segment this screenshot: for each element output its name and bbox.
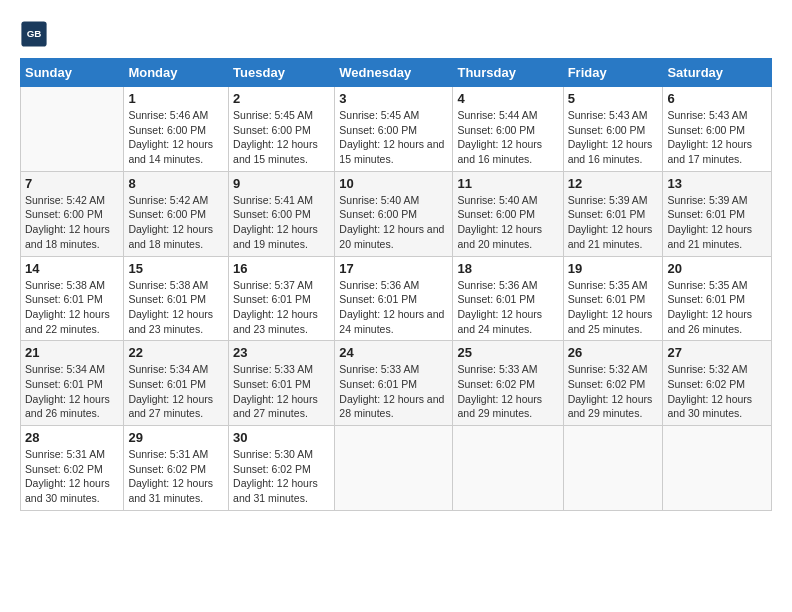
day-info: Sunrise: 5:34 AMSunset: 6:01 PMDaylight:…	[25, 362, 119, 421]
svg-text:GB: GB	[27, 28, 42, 39]
calendar-cell: 30 Sunrise: 5:30 AMSunset: 6:02 PMDaylig…	[229, 426, 335, 511]
day-number: 11	[457, 176, 558, 191]
calendar-cell	[453, 426, 563, 511]
day-info: Sunrise: 5:39 AMSunset: 6:01 PMDaylight:…	[568, 193, 659, 252]
calendar-cell: 28 Sunrise: 5:31 AMSunset: 6:02 PMDaylig…	[21, 426, 124, 511]
day-number: 6	[667, 91, 767, 106]
day-number: 7	[25, 176, 119, 191]
calendar-cell: 20 Sunrise: 5:35 AMSunset: 6:01 PMDaylig…	[663, 256, 772, 341]
calendar-cell: 14 Sunrise: 5:38 AMSunset: 6:01 PMDaylig…	[21, 256, 124, 341]
calendar-cell: 11 Sunrise: 5:40 AMSunset: 6:00 PMDaylig…	[453, 171, 563, 256]
calendar-cell: 12 Sunrise: 5:39 AMSunset: 6:01 PMDaylig…	[563, 171, 663, 256]
page-header: GB	[20, 20, 772, 48]
day-info: Sunrise: 5:36 AMSunset: 6:01 PMDaylight:…	[457, 278, 558, 337]
day-info: Sunrise: 5:42 AMSunset: 6:00 PMDaylight:…	[25, 193, 119, 252]
day-number: 26	[568, 345, 659, 360]
calendar-cell: 4 Sunrise: 5:44 AMSunset: 6:00 PMDayligh…	[453, 87, 563, 172]
calendar-cell: 18 Sunrise: 5:36 AMSunset: 6:01 PMDaylig…	[453, 256, 563, 341]
day-number: 25	[457, 345, 558, 360]
day-number: 24	[339, 345, 448, 360]
day-number: 4	[457, 91, 558, 106]
day-number: 27	[667, 345, 767, 360]
calendar-cell	[335, 426, 453, 511]
calendar-week-4: 21 Sunrise: 5:34 AMSunset: 6:01 PMDaylig…	[21, 341, 772, 426]
day-number: 8	[128, 176, 224, 191]
calendar-cell: 19 Sunrise: 5:35 AMSunset: 6:01 PMDaylig…	[563, 256, 663, 341]
calendar-cell: 2 Sunrise: 5:45 AMSunset: 6:00 PMDayligh…	[229, 87, 335, 172]
calendar-cell: 16 Sunrise: 5:37 AMSunset: 6:01 PMDaylig…	[229, 256, 335, 341]
calendar-cell: 25 Sunrise: 5:33 AMSunset: 6:02 PMDaylig…	[453, 341, 563, 426]
day-number: 14	[25, 261, 119, 276]
day-info: Sunrise: 5:36 AMSunset: 6:01 PMDaylight:…	[339, 278, 448, 337]
day-number: 28	[25, 430, 119, 445]
calendar-cell: 3 Sunrise: 5:45 AMSunset: 6:00 PMDayligh…	[335, 87, 453, 172]
calendar-cell: 5 Sunrise: 5:43 AMSunset: 6:00 PMDayligh…	[563, 87, 663, 172]
calendar-cell	[563, 426, 663, 511]
day-number: 1	[128, 91, 224, 106]
day-number: 23	[233, 345, 330, 360]
calendar-week-5: 28 Sunrise: 5:31 AMSunset: 6:02 PMDaylig…	[21, 426, 772, 511]
day-number: 13	[667, 176, 767, 191]
day-header-wednesday: Wednesday	[335, 59, 453, 87]
day-number: 15	[128, 261, 224, 276]
day-info: Sunrise: 5:45 AMSunset: 6:00 PMDaylight:…	[233, 108, 330, 167]
calendar-cell: 15 Sunrise: 5:38 AMSunset: 6:01 PMDaylig…	[124, 256, 229, 341]
day-number: 5	[568, 91, 659, 106]
calendar-header-row: SundayMondayTuesdayWednesdayThursdayFrid…	[21, 59, 772, 87]
day-info: Sunrise: 5:45 AMSunset: 6:00 PMDaylight:…	[339, 108, 448, 167]
calendar-week-3: 14 Sunrise: 5:38 AMSunset: 6:01 PMDaylig…	[21, 256, 772, 341]
day-number: 17	[339, 261, 448, 276]
day-info: Sunrise: 5:37 AMSunset: 6:01 PMDaylight:…	[233, 278, 330, 337]
day-info: Sunrise: 5:41 AMSunset: 6:00 PMDaylight:…	[233, 193, 330, 252]
day-info: Sunrise: 5:30 AMSunset: 6:02 PMDaylight:…	[233, 447, 330, 506]
day-header-thursday: Thursday	[453, 59, 563, 87]
day-number: 29	[128, 430, 224, 445]
calendar-cell	[21, 87, 124, 172]
calendar-cell: 9 Sunrise: 5:41 AMSunset: 6:00 PMDayligh…	[229, 171, 335, 256]
day-info: Sunrise: 5:33 AMSunset: 6:02 PMDaylight:…	[457, 362, 558, 421]
calendar-cell: 7 Sunrise: 5:42 AMSunset: 6:00 PMDayligh…	[21, 171, 124, 256]
calendar-cell: 27 Sunrise: 5:32 AMSunset: 6:02 PMDaylig…	[663, 341, 772, 426]
day-info: Sunrise: 5:32 AMSunset: 6:02 PMDaylight:…	[568, 362, 659, 421]
day-info: Sunrise: 5:33 AMSunset: 6:01 PMDaylight:…	[339, 362, 448, 421]
calendar-week-1: 1 Sunrise: 5:46 AMSunset: 6:00 PMDayligh…	[21, 87, 772, 172]
day-info: Sunrise: 5:38 AMSunset: 6:01 PMDaylight:…	[128, 278, 224, 337]
calendar-cell: 8 Sunrise: 5:42 AMSunset: 6:00 PMDayligh…	[124, 171, 229, 256]
calendar-week-2: 7 Sunrise: 5:42 AMSunset: 6:00 PMDayligh…	[21, 171, 772, 256]
day-header-tuesday: Tuesday	[229, 59, 335, 87]
day-info: Sunrise: 5:34 AMSunset: 6:01 PMDaylight:…	[128, 362, 224, 421]
calendar-cell: 13 Sunrise: 5:39 AMSunset: 6:01 PMDaylig…	[663, 171, 772, 256]
calendar-cell	[663, 426, 772, 511]
calendar-cell: 29 Sunrise: 5:31 AMSunset: 6:02 PMDaylig…	[124, 426, 229, 511]
day-number: 18	[457, 261, 558, 276]
day-number: 21	[25, 345, 119, 360]
calendar-cell: 6 Sunrise: 5:43 AMSunset: 6:00 PMDayligh…	[663, 87, 772, 172]
day-info: Sunrise: 5:31 AMSunset: 6:02 PMDaylight:…	[128, 447, 224, 506]
day-info: Sunrise: 5:40 AMSunset: 6:00 PMDaylight:…	[339, 193, 448, 252]
day-info: Sunrise: 5:31 AMSunset: 6:02 PMDaylight:…	[25, 447, 119, 506]
logo-icon: GB	[20, 20, 48, 48]
calendar-cell: 24 Sunrise: 5:33 AMSunset: 6:01 PMDaylig…	[335, 341, 453, 426]
calendar-cell: 21 Sunrise: 5:34 AMSunset: 6:01 PMDaylig…	[21, 341, 124, 426]
day-number: 30	[233, 430, 330, 445]
day-number: 12	[568, 176, 659, 191]
day-number: 10	[339, 176, 448, 191]
calendar-cell: 17 Sunrise: 5:36 AMSunset: 6:01 PMDaylig…	[335, 256, 453, 341]
calendar-cell: 10 Sunrise: 5:40 AMSunset: 6:00 PMDaylig…	[335, 171, 453, 256]
day-number: 19	[568, 261, 659, 276]
calendar-cell: 22 Sunrise: 5:34 AMSunset: 6:01 PMDaylig…	[124, 341, 229, 426]
day-info: Sunrise: 5:39 AMSunset: 6:01 PMDaylight:…	[667, 193, 767, 252]
calendar-body: 1 Sunrise: 5:46 AMSunset: 6:00 PMDayligh…	[21, 87, 772, 511]
day-number: 2	[233, 91, 330, 106]
day-info: Sunrise: 5:35 AMSunset: 6:01 PMDaylight:…	[568, 278, 659, 337]
calendar-cell: 1 Sunrise: 5:46 AMSunset: 6:00 PMDayligh…	[124, 87, 229, 172]
day-info: Sunrise: 5:46 AMSunset: 6:00 PMDaylight:…	[128, 108, 224, 167]
logo: GB	[20, 20, 52, 48]
day-header-saturday: Saturday	[663, 59, 772, 87]
day-header-monday: Monday	[124, 59, 229, 87]
day-info: Sunrise: 5:44 AMSunset: 6:00 PMDaylight:…	[457, 108, 558, 167]
day-number: 20	[667, 261, 767, 276]
day-info: Sunrise: 5:33 AMSunset: 6:01 PMDaylight:…	[233, 362, 330, 421]
calendar-cell: 23 Sunrise: 5:33 AMSunset: 6:01 PMDaylig…	[229, 341, 335, 426]
calendar-table: SundayMondayTuesdayWednesdayThursdayFrid…	[20, 58, 772, 511]
